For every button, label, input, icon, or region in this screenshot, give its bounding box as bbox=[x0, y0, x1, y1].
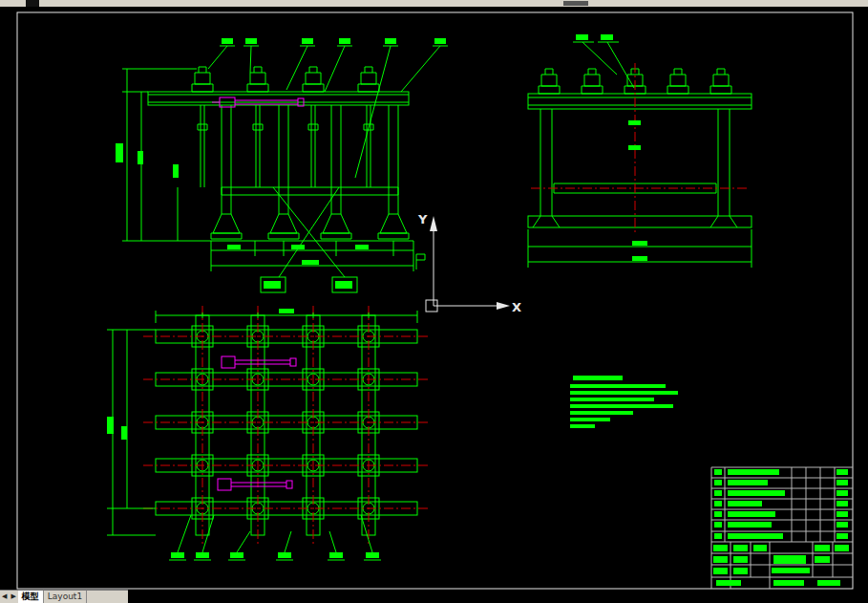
screw-jack bbox=[303, 67, 324, 92]
front-top-beam bbox=[148, 92, 409, 105]
plan-top-dimension bbox=[156, 309, 417, 323]
vibrator-cylinder-plan-2 bbox=[218, 479, 292, 490]
plan-left-dimensions bbox=[107, 330, 156, 535]
screw-jack bbox=[192, 67, 213, 92]
front-bottom-dimensions bbox=[211, 241, 413, 271]
vibrator-cylinder-plan-1 bbox=[222, 356, 296, 368]
screw-jack bbox=[582, 69, 603, 94]
screw-jack bbox=[710, 69, 731, 94]
ucs-icon: Y X bbox=[417, 212, 521, 314]
parts-list-text bbox=[714, 469, 848, 539]
screw-rods bbox=[198, 105, 373, 187]
tab-nav-next-icon[interactable]: ▶ bbox=[9, 591, 17, 603]
side-bottom-dimensions bbox=[528, 229, 752, 268]
ucs-x-label: X bbox=[512, 300, 521, 314]
layout-tab-bar: ◀ ▶ 模型 Layout1 bbox=[0, 590, 128, 603]
plan-balloon-labels bbox=[169, 515, 381, 560]
detail-callout-boxes bbox=[261, 277, 357, 292]
screw-jack bbox=[358, 67, 379, 92]
drawing-canvas[interactable]: Y X bbox=[0, 0, 868, 603]
front-brace bbox=[222, 187, 398, 195]
plan-view bbox=[107, 306, 428, 560]
plan-centerlines bbox=[143, 306, 428, 545]
tab-layout1[interactable]: Layout1 bbox=[44, 591, 87, 603]
front-elevation-view bbox=[116, 38, 448, 292]
screw-jack bbox=[667, 69, 688, 94]
side-top-beam bbox=[528, 94, 752, 109]
foot bbox=[268, 214, 299, 239]
technical-notes-block bbox=[570, 376, 678, 428]
side-balloon-labels bbox=[573, 34, 634, 88]
tab-nav-prev-icon[interactable]: ◀ bbox=[0, 591, 9, 603]
foot bbox=[211, 214, 242, 239]
foot bbox=[378, 214, 409, 239]
side-elevation-view bbox=[528, 34, 752, 268]
tab-model[interactable]: 模型 bbox=[18, 591, 44, 603]
cad-application-window: Y X bbox=[0, 0, 868, 603]
screw-jack bbox=[539, 69, 560, 94]
side-base bbox=[528, 216, 752, 227]
section-flag bbox=[416, 254, 425, 269]
front-legs bbox=[222, 105, 398, 214]
foot bbox=[321, 214, 351, 239]
ucs-y-label: Y bbox=[417, 212, 428, 226]
title-block bbox=[711, 467, 853, 589]
